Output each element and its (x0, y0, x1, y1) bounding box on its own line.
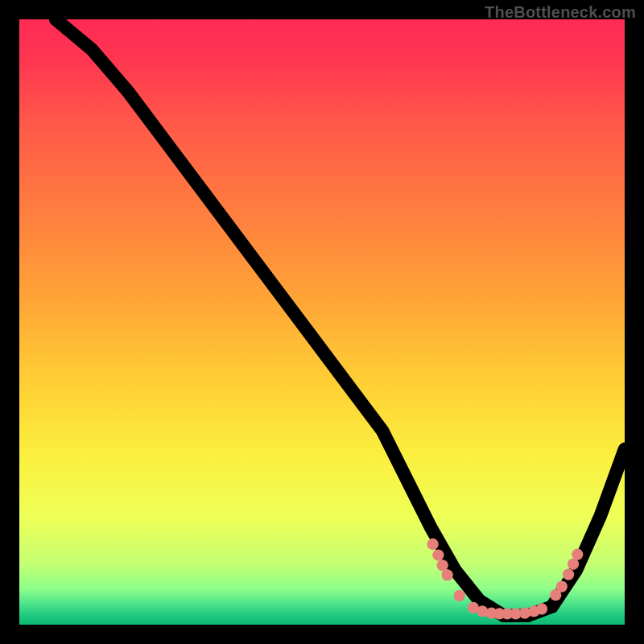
data-dot (427, 539, 438, 550)
data-dot (432, 549, 444, 560)
data-dot (563, 568, 574, 580)
data-dot (556, 580, 568, 592)
data-dot (454, 590, 465, 601)
data-dot (572, 549, 583, 560)
watermark-text: TheBottleneck.com (485, 3, 636, 22)
plot-area (19, 19, 625, 625)
data-dot (536, 603, 547, 614)
bottleneck-curve (56, 19, 625, 616)
chart-stage: TheBottleneck.com (0, 0, 644, 644)
data-dot (442, 569, 453, 580)
chart-svg (19, 19, 625, 625)
